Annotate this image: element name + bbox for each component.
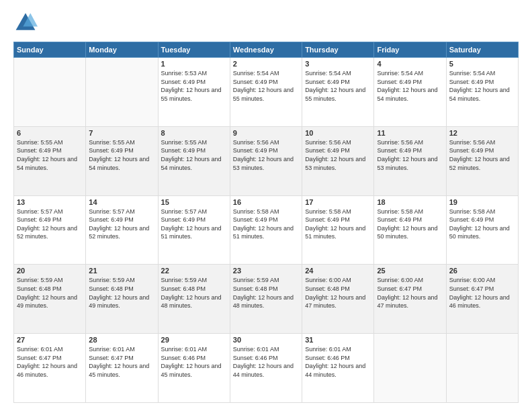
day-number: 24 <box>305 267 371 275</box>
calendar-cell: 19Sunrise: 5:58 AMSunset: 6:49 PMDayligh… <box>446 195 518 265</box>
calendar-cell: 8Sunrise: 5:55 AMSunset: 6:49 PMDaylight… <box>158 126 230 195</box>
calendar-cell: 7Sunrise: 5:55 AMSunset: 6:49 PMDaylight… <box>86 126 158 195</box>
calendar-header-row: SundayMondayTuesdayWednesdayThursdayFrid… <box>14 42 519 58</box>
day-info: Sunrise: 5:55 AMSunset: 6:49 PMDaylight:… <box>161 138 227 172</box>
day-info: Sunrise: 5:54 AMSunset: 6:49 PMDaylight:… <box>449 69 515 103</box>
header <box>13 11 519 35</box>
day-number: 30 <box>233 336 299 344</box>
day-number: 11 <box>377 129 443 137</box>
calendar-cell: 4Sunrise: 5:54 AMSunset: 6:49 PMDaylight… <box>374 58 446 127</box>
day-info: Sunrise: 6:00 AMSunset: 6:47 PMDaylight:… <box>377 276 443 310</box>
day-number: 25 <box>377 267 443 275</box>
logo-icon <box>13 11 38 35</box>
calendar-cell: 18Sunrise: 5:58 AMSunset: 6:49 PMDayligh… <box>374 195 446 265</box>
calendar-cell: 6Sunrise: 5:55 AMSunset: 6:49 PMDaylight… <box>14 126 86 195</box>
day-number: 16 <box>233 198 299 206</box>
day-number: 21 <box>89 267 154 275</box>
day-number: 8 <box>161 129 227 137</box>
calendar-cell: 28Sunrise: 6:01 AMSunset: 6:47 PMDayligh… <box>86 334 158 403</box>
calendar-cell: 2Sunrise: 5:54 AMSunset: 6:49 PMDaylight… <box>230 58 302 127</box>
day-info: Sunrise: 5:56 AMSunset: 6:49 PMDaylight:… <box>377 138 443 172</box>
calendar-week-2: 6Sunrise: 5:55 AMSunset: 6:49 PMDaylight… <box>14 126 519 195</box>
day-number: 1 <box>161 60 227 68</box>
day-info: Sunrise: 5:56 AMSunset: 6:49 PMDaylight:… <box>305 138 371 172</box>
calendar: SundayMondayTuesdayWednesdayThursdayFrid… <box>13 42 519 403</box>
day-number: 19 <box>449 198 515 206</box>
calendar-header-monday: Monday <box>86 42 158 58</box>
calendar-cell <box>86 58 158 127</box>
day-number: 17 <box>305 198 371 206</box>
day-info: Sunrise: 5:57 AMSunset: 6:49 PMDaylight:… <box>89 208 154 241</box>
calendar-cell: 9Sunrise: 5:56 AMSunset: 6:49 PMDaylight… <box>230 126 302 195</box>
day-info: Sunrise: 6:00 AMSunset: 6:47 PMDaylight:… <box>449 276 515 310</box>
calendar-cell: 21Sunrise: 5:59 AMSunset: 6:48 PMDayligh… <box>86 265 158 334</box>
calendar-cell: 23Sunrise: 5:59 AMSunset: 6:48 PMDayligh… <box>230 265 302 334</box>
day-number: 26 <box>449 267 515 275</box>
page: SundayMondayTuesdayWednesdayThursdayFrid… <box>0 0 532 411</box>
day-info: Sunrise: 6:01 AMSunset: 6:46 PMDaylight:… <box>161 345 227 379</box>
day-number: 31 <box>305 336 371 344</box>
calendar-header-sunday: Sunday <box>14 42 86 58</box>
calendar-cell: 24Sunrise: 6:00 AMSunset: 6:48 PMDayligh… <box>302 265 374 334</box>
calendar-week-4: 20Sunrise: 5:59 AMSunset: 6:48 PMDayligh… <box>14 265 519 334</box>
day-number: 10 <box>305 129 371 137</box>
calendar-header-tuesday: Tuesday <box>158 42 230 58</box>
day-number: 13 <box>17 198 83 206</box>
day-number: 27 <box>17 336 83 344</box>
day-number: 22 <box>161 267 227 275</box>
calendar-cell: 11Sunrise: 5:56 AMSunset: 6:49 PMDayligh… <box>374 126 446 195</box>
day-info: Sunrise: 6:01 AMSunset: 6:47 PMDaylight:… <box>17 345 83 379</box>
calendar-cell: 17Sunrise: 5:58 AMSunset: 6:49 PMDayligh… <box>302 195 374 265</box>
day-number: 20 <box>17 267 83 275</box>
day-info: Sunrise: 5:58 AMSunset: 6:49 PMDaylight:… <box>377 208 443 241</box>
day-info: Sunrise: 5:54 AMSunset: 6:49 PMDaylight:… <box>305 69 371 103</box>
calendar-week-1: 1Sunrise: 5:53 AMSunset: 6:49 PMDaylight… <box>14 58 519 127</box>
day-info: Sunrise: 5:56 AMSunset: 6:49 PMDaylight:… <box>449 138 515 172</box>
day-info: Sunrise: 5:58 AMSunset: 6:49 PMDaylight:… <box>305 208 371 241</box>
day-info: Sunrise: 5:54 AMSunset: 6:49 PMDaylight:… <box>377 69 443 103</box>
day-number: 29 <box>161 336 227 344</box>
calendar-cell: 29Sunrise: 6:01 AMSunset: 6:46 PMDayligh… <box>158 334 230 403</box>
calendar-cell: 12Sunrise: 5:56 AMSunset: 6:49 PMDayligh… <box>446 126 518 195</box>
calendar-cell <box>14 58 86 127</box>
calendar-cell: 25Sunrise: 6:00 AMSunset: 6:47 PMDayligh… <box>374 265 446 334</box>
day-info: Sunrise: 5:59 AMSunset: 6:48 PMDaylight:… <box>233 276 299 310</box>
day-number: 23 <box>233 267 299 275</box>
calendar-cell: 20Sunrise: 5:59 AMSunset: 6:48 PMDayligh… <box>14 265 86 334</box>
day-info: Sunrise: 6:01 AMSunset: 6:47 PMDaylight:… <box>89 345 154 379</box>
day-number: 7 <box>89 129 154 137</box>
day-info: Sunrise: 5:57 AMSunset: 6:49 PMDaylight:… <box>17 208 83 241</box>
calendar-week-3: 13Sunrise: 5:57 AMSunset: 6:49 PMDayligh… <box>14 195 519 265</box>
day-number: 4 <box>377 60 443 68</box>
day-info: Sunrise: 5:59 AMSunset: 6:48 PMDaylight:… <box>89 276 154 310</box>
calendar-cell: 14Sunrise: 5:57 AMSunset: 6:49 PMDayligh… <box>86 195 158 265</box>
calendar-cell: 30Sunrise: 6:01 AMSunset: 6:46 PMDayligh… <box>230 334 302 403</box>
calendar-cell: 15Sunrise: 5:57 AMSunset: 6:49 PMDayligh… <box>158 195 230 265</box>
calendar-header-saturday: Saturday <box>446 42 518 58</box>
calendar-header-friday: Friday <box>374 42 446 58</box>
calendar-header-wednesday: Wednesday <box>230 42 302 58</box>
calendar-cell: 31Sunrise: 6:01 AMSunset: 6:46 PMDayligh… <box>302 334 374 403</box>
day-number: 28 <box>89 336 154 344</box>
day-info: Sunrise: 5:58 AMSunset: 6:49 PMDaylight:… <box>233 208 299 241</box>
day-info: Sunrise: 5:59 AMSunset: 6:48 PMDaylight:… <box>17 276 83 310</box>
calendar-cell: 10Sunrise: 5:56 AMSunset: 6:49 PMDayligh… <box>302 126 374 195</box>
calendar-cell: 16Sunrise: 5:58 AMSunset: 6:49 PMDayligh… <box>230 195 302 265</box>
day-info: Sunrise: 5:54 AMSunset: 6:49 PMDaylight:… <box>233 69 299 103</box>
day-number: 5 <box>449 60 515 68</box>
day-info: Sunrise: 5:59 AMSunset: 6:48 PMDaylight:… <box>161 276 227 310</box>
calendar-cell <box>374 334 446 403</box>
day-info: Sunrise: 5:55 AMSunset: 6:49 PMDaylight:… <box>17 138 83 172</box>
day-number: 18 <box>377 198 443 206</box>
logo <box>13 11 40 35</box>
day-number: 15 <box>161 198 227 206</box>
day-info: Sunrise: 5:56 AMSunset: 6:49 PMDaylight:… <box>233 138 299 172</box>
calendar-cell <box>446 334 518 403</box>
day-info: Sunrise: 5:58 AMSunset: 6:49 PMDaylight:… <box>449 208 515 241</box>
day-info: Sunrise: 5:53 AMSunset: 6:49 PMDaylight:… <box>161 69 227 103</box>
day-number: 3 <box>305 60 371 68</box>
calendar-cell: 3Sunrise: 5:54 AMSunset: 6:49 PMDaylight… <box>302 58 374 127</box>
day-info: Sunrise: 6:01 AMSunset: 6:46 PMDaylight:… <box>305 345 371 379</box>
calendar-header-thursday: Thursday <box>302 42 374 58</box>
day-number: 9 <box>233 129 299 137</box>
